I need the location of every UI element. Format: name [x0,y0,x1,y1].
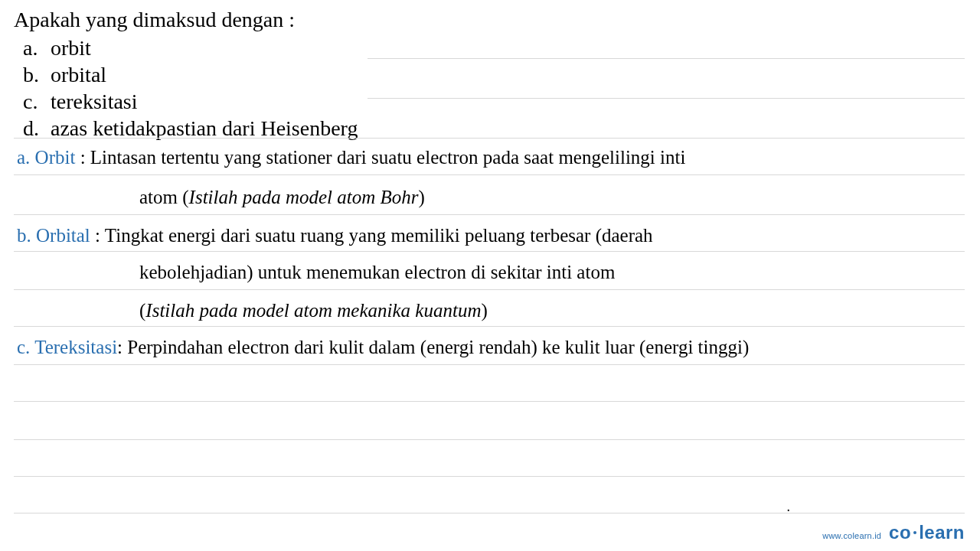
answer-b-line1: b. Orbital : Tingkat energi dari suatu r… [17,225,963,246]
answer-b-line2: kebolehjadian) untuk menemukan electron … [17,262,963,283]
rule-line [14,326,965,327]
rule-line [368,58,965,59]
answer-b-note: Istilah pada model atom mekanika kuantum [145,300,481,321]
answer-c-term: c. Tereksitasi [17,337,117,357]
answer-a-sep: : [75,147,90,168]
question-item-c: c. tereksitasi [23,88,358,115]
answer-a-line1: a. Orbit : Lintasan tertentu yang statio… [17,147,963,168]
answer-b-sep: : [90,225,105,246]
rule-line [14,174,965,175]
answer-b-text1: Tingkat energi dari suatu ruang yang mem… [105,225,653,246]
rule-line [14,364,965,365]
page: Apakah yang dimaksud dengan : a. orbit b… [0,0,980,551]
stray-dot: . [787,499,791,515]
answer-a-text2-pre: atom ( [139,187,189,207]
rule-line [14,251,965,252]
rule-line [368,98,965,99]
answer-a-line2: atom (Istilah pada model atom Bohr) [17,187,963,208]
question-item-a: a. orbit [23,34,358,61]
answer-a-note: Istilah pada model atom Bohr [189,187,419,207]
brand-left: co [889,522,911,543]
rule-line [14,214,965,215]
answer-b-line3: (Istilah pada model atom mekanika kuantu… [17,300,963,321]
answer-c-sep: : [117,337,127,357]
rule-line [14,439,965,440]
question-text: orbit [51,34,91,61]
answer-b-text3-post: ) [481,300,487,321]
question-item-b: b. orbital [23,61,358,88]
answer-c-text1: Perpindahan electron dari kulit dalam (e… [127,337,749,357]
rule-line [14,476,965,477]
answer-b-text2: kebolehjadian) untuk menemukan electron … [139,262,615,282]
brand-logo: colearn [889,522,965,543]
question-block: Apakah yang dimaksud dengan : a. orbit b… [14,6,358,142]
footer: www.colearn.id colearn [822,522,965,543]
answer-a-text1: Lintasan tertentu yang stationer dari su… [90,147,686,168]
question-text: tereksitasi [51,88,138,115]
answer-c-line1: c. Tereksitasi: Perpindahan electron dar… [17,337,963,358]
question-list: a. orbit b. orbital c. tereksitasi d. az… [23,34,358,142]
question-marker: c. [23,88,40,115]
rule-line [14,289,965,290]
question-stem: Apakah yang dimaksud dengan : [14,6,358,33]
answer-a-text2-post: ) [419,187,425,207]
rule-line [14,513,965,514]
answer-b-term: b. Orbital [17,225,90,246]
rule-line [14,401,965,402]
question-marker: b. [23,61,40,88]
brand-right: learn [919,522,965,543]
dot-icon [913,531,916,534]
question-marker: a. [23,34,40,61]
answer-a-term: a. Orbit [17,147,75,168]
footer-url: www.colearn.id [822,531,881,540]
question-text: orbital [51,61,106,88]
rule-line [14,138,965,139]
